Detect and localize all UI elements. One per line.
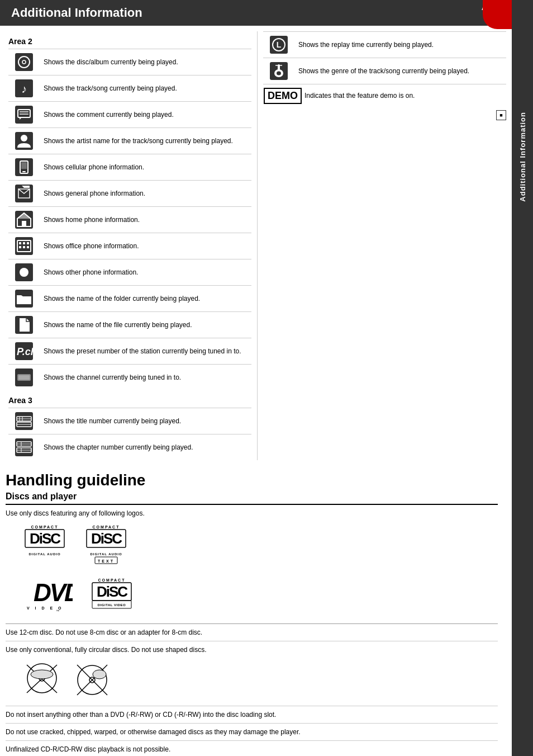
table-row: Shows other phone information.: [8, 259, 251, 285]
person-icon: [8, 131, 39, 151]
svg-rect-27: [19, 246, 21, 248]
svg-text:DIGITAL AUDIO: DIGITAL AUDIO: [28, 552, 60, 556]
svg-rect-38: [18, 375, 30, 380]
desc-title: Shows the title number currently being p…: [39, 417, 251, 426]
pch-icon: P.ch: [8, 341, 39, 361]
desc-replay: Shows the replay time currently being pl…: [294, 40, 506, 50]
demo-box: DEMO: [264, 88, 302, 104]
small-square-indicator: ■: [496, 110, 506, 120]
handling-title: Handling guideline: [6, 471, 498, 489]
cd-digital-audio-logo: COMPACT DiSC DIGITAL AUDIO: [22, 523, 67, 568]
svg-rect-24: [19, 242, 21, 244]
side-tab-label: Additional Information: [518, 112, 527, 202]
table-row: Shows the genre of the track/song curren…: [263, 58, 506, 84]
svg-text:™: ™: [56, 609, 59, 613]
svg-rect-25: [23, 242, 25, 244]
demo-icon: DEMO: [263, 88, 302, 104]
corner-accent: [483, 0, 512, 29]
side-tab: Additional Information: [512, 0, 533, 756]
svg-rect-20: [22, 221, 26, 226]
desc-track: Shows the track/song currently being pla…: [39, 84, 251, 93]
svg-text:COMPACT: COMPACT: [98, 578, 126, 582]
svg-text:DVD: DVD: [34, 579, 73, 606]
table-row: DEMO Indicates that the feature demo is …: [263, 84, 506, 107]
chapter-num-icon: [8, 437, 39, 457]
home-phone-icon: [8, 210, 39, 230]
table-row: Shows the comment currently being played…: [8, 101, 251, 127]
svg-text:DiSC: DiSC: [91, 530, 122, 547]
table-row: Shows office phone information.: [8, 233, 251, 259]
svg-rect-46: [15, 438, 33, 456]
info-box: Use only conventional, fully circular di…: [6, 641, 498, 706]
desc-office-phone: Shows office phone information.: [39, 242, 251, 251]
desc-demo: Indicates that the feature demo is on.: [302, 91, 506, 101]
right-column: L Shows the replay time currently being …: [257, 31, 512, 460]
table-row: Shows the name of the folder currently b…: [8, 285, 251, 311]
table-row: L Shows the replay time currently being …: [263, 31, 506, 58]
table-row: Shows the artist name for the track/song…: [8, 127, 251, 154]
desc-home-phone: Shows home phone information.: [39, 215, 251, 225]
general-phone-icon: [8, 183, 39, 204]
desc-genre: Shows the genre of the track/song curren…: [294, 67, 506, 76]
table-row: P.ch Shows the preset number of the stat…: [8, 338, 251, 364]
svg-point-83: [31, 670, 53, 679]
office-phone-icon: [8, 236, 39, 256]
logos-grid-row2: DVD V I D E O ™ COMPACT DiSC DIGITAL VID…: [22, 576, 498, 615]
info-box: Use 12-cm disc. Do not use 8-cm disc or …: [6, 624, 498, 641]
area2-section: Area 2 Shows the disc/album currently be…: [0, 26, 512, 466]
handling-section: Handling guideline Discs and player Use …: [0, 466, 512, 756]
title-num-icon: [8, 411, 39, 431]
left-column: Area 2 Shows the disc/album currently be…: [0, 31, 257, 460]
svg-point-58: [277, 72, 281, 75]
svg-text:TEXT: TEXT: [98, 559, 115, 563]
table-row: Shows cellular phone information.: [8, 154, 251, 180]
desc-artist: Shows the artist name for the track/song…: [39, 136, 251, 146]
svg-point-11: [21, 135, 27, 141]
logos-grid: COMPACT DiSC DIGITAL AUDIO COMPACT DiSC: [22, 523, 498, 568]
desc-cellular: Shows cellular phone information.: [39, 163, 251, 172]
area3-heading: Area 3: [8, 396, 251, 405]
svg-rect-14: [22, 171, 26, 172]
replay-L-icon: L: [263, 35, 294, 55]
area2-heading: Area 2: [8, 37, 251, 46]
info-box: Do not use cracked, chipped, warped, or …: [6, 723, 498, 740]
svg-point-88: [93, 670, 106, 679]
svg-text:L: L: [276, 40, 281, 49]
desc-disc: Shows the disc/album currently being pla…: [39, 58, 251, 67]
desc-file: Shows the name of the file currently bei…: [39, 320, 251, 330]
info-box: Unfinalized CD-R/CD-RW disc playback is …: [6, 740, 498, 756]
desc-other-phone: Shows other phone information.: [39, 268, 251, 277]
music-note-icon: ♪: [8, 78, 39, 98]
svg-rect-26: [27, 242, 29, 244]
desc-channel: Shows the channel currently being tuned …: [39, 373, 251, 382]
disc-images: [22, 660, 498, 697]
table-row: Shows the disc/album currently being pla…: [8, 49, 251, 75]
svg-rect-29: [27, 246, 29, 248]
file-icon: [8, 315, 39, 335]
comment-icon: [8, 105, 39, 125]
desc-pch: Shows the preset number of the station c…: [39, 347, 251, 356]
info-box: Do not insert anything other than a DVD …: [6, 706, 498, 723]
cd-digital-audio-text-logo: COMPACT DiSC DIGITAL AUDIO TEXT: [84, 523, 129, 568]
handling-info-boxes: Use 12-cm disc. Do not use 8-cm disc or …: [6, 623, 498, 756]
svg-text:DiSC: DiSC: [30, 530, 61, 547]
desc-chapter: Shows the chapter number currently being…: [39, 443, 251, 452]
desc-comment: Shows the comment currently being played…: [39, 110, 251, 120]
dvd-video-logo: DVD V I D E O ™: [22, 576, 73, 615]
handling-left: Handling guideline Discs and player Use …: [6, 471, 506, 756]
svg-point-31: [20, 268, 28, 277]
guitar-icon: [263, 61, 294, 81]
table-row: Shows home phone information.: [8, 206, 251, 233]
svg-text:P.ch: P.ch: [17, 346, 34, 357]
use-logos-text: Use only discs featuring any of followin…: [6, 509, 498, 517]
table-row: ♪ Shows the track/song currently being p…: [8, 75, 251, 101]
cell-phone-icon: [8, 157, 39, 177]
svg-rect-28: [23, 246, 25, 248]
table-row: Shows the chapter number currently being…: [8, 434, 251, 460]
svg-text:DIGITAL AUDIO: DIGITAL AUDIO: [90, 552, 122, 556]
folder-icon: [8, 289, 39, 309]
table-row: Shows the channel currently being tuned …: [8, 364, 251, 390]
svg-text:DIGITAL VIDEO: DIGITAL VIDEO: [98, 603, 126, 607]
svg-text:COMPACT: COMPACT: [31, 525, 59, 529]
dvd-disc-logo: COMPACT DiSC DIGITAL VIDEO: [89, 576, 134, 615]
